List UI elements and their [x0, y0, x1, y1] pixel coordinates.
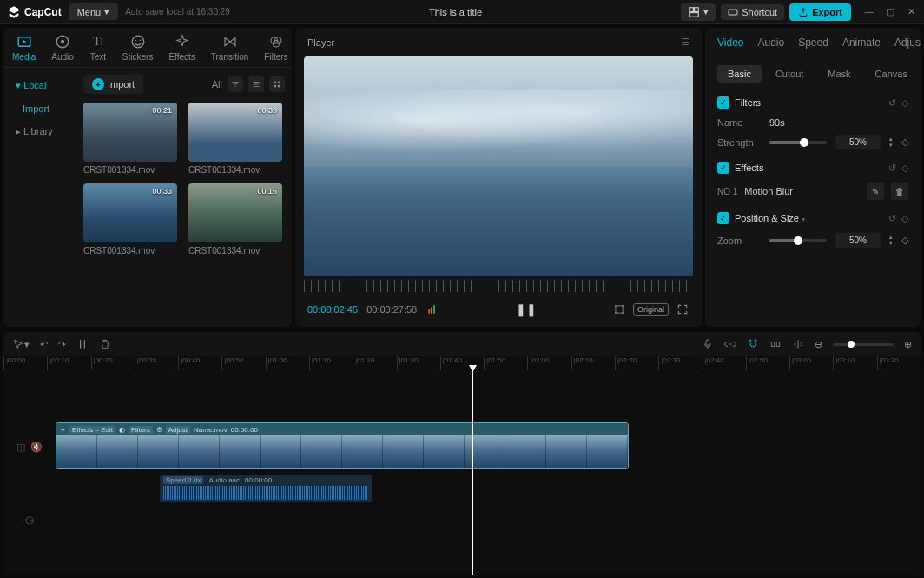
- text-icon: TI: [89, 33, 107, 50]
- app-name: CapCut: [24, 6, 62, 18]
- strength-slider[interactable]: [769, 141, 827, 144]
- clip-thumbnail: 00:21: [83, 103, 177, 162]
- props-tab-adjust[interactable]: Adjust: [894, 37, 921, 49]
- media-tab-media[interactable]: Media: [12, 33, 36, 62]
- keyframe-icon[interactable]: ◇: [901, 136, 908, 148]
- sidebar-item-library[interactable]: ▸ Library: [7, 121, 73, 143]
- player-ruler[interactable]: [304, 280, 693, 292]
- chevron-down-icon[interactable]: ▾: [802, 216, 805, 223]
- props-tab-speed[interactable]: Speed: [798, 37, 828, 49]
- mic-button[interactable]: [702, 338, 714, 350]
- zoom-out-button[interactable]: ⊖: [815, 339, 822, 350]
- minimize-button[interactable]: —: [863, 6, 875, 17]
- align-button[interactable]: [769, 338, 782, 350]
- sort-button[interactable]: [228, 76, 243, 92]
- keyframe-icon[interactable]: ◇: [901, 213, 908, 224]
- effects-checkbox[interactable]: ✓: [717, 162, 729, 174]
- track-lock-icon[interactable]: ◫: [16, 442, 25, 453]
- position-checkbox[interactable]: ✓: [717, 212, 729, 224]
- export-button[interactable]: Export: [789, 3, 851, 21]
- reset-icon[interactable]: ↺: [888, 97, 896, 109]
- reset-icon[interactable]: ↺: [888, 163, 896, 174]
- zoom-slider[interactable]: [833, 343, 894, 346]
- delete-button[interactable]: [99, 338, 111, 350]
- timeline-audio-clip[interactable]: Speed 2.0x Audio.aac 00:00:00: [160, 475, 372, 502]
- keyframe-icon[interactable]: ◇: [901, 97, 908, 109]
- menu-button[interactable]: Menu ▾: [69, 3, 119, 20]
- player-menu-button[interactable]: ☰: [681, 37, 690, 48]
- undo-button[interactable]: ↶: [40, 339, 48, 350]
- sidebar-item-local[interactable]: ▾ Local: [7, 75, 73, 96]
- player-title: Player: [307, 37, 334, 48]
- link-button[interactable]: [724, 338, 736, 350]
- svg-rect-15: [274, 85, 277, 88]
- player-viewport[interactable]: [304, 56, 693, 276]
- strength-value[interactable]: 50%: [835, 135, 881, 149]
- timeline-panel: ▾ ↶ ↷ ⊖ ⊕ |00:00|00:10|00:20|00:30|00:40…: [0, 330, 924, 578]
- audio-meter-icon[interactable]: [426, 302, 439, 316]
- media-tab-effects[interactable]: Effects: [168, 33, 195, 62]
- scale-icon[interactable]: [612, 302, 626, 316]
- media-tab-filters[interactable]: Filters: [264, 33, 287, 62]
- subtab-mask[interactable]: Mask: [817, 65, 861, 83]
- split-button[interactable]: [76, 338, 89, 350]
- layout-button[interactable]: ▾: [681, 3, 716, 21]
- subtab-cutout[interactable]: Cutout: [765, 65, 814, 83]
- step-down[interactable]: ▾: [889, 143, 893, 148]
- media-clip[interactable]: 00:16 CRST001334.mov: [188, 183, 285, 256]
- select-tool[interactable]: ▾: [12, 338, 30, 350]
- sidebar-item-import[interactable]: Import: [7, 98, 73, 119]
- filters-checkbox[interactable]: ✓: [717, 96, 729, 109]
- close-button[interactable]: ✕: [905, 6, 917, 17]
- maximize-button[interactable]: ▢: [884, 6, 896, 17]
- pause-button[interactable]: ❚❚: [516, 299, 537, 320]
- filter-all[interactable]: All: [212, 79, 222, 90]
- preview-button[interactable]: [792, 338, 804, 350]
- effect-name: Motion Blur: [744, 186, 860, 196]
- svg-point-7: [132, 36, 144, 48]
- timeline-video-clip[interactable]: ✦ Effects – Edit ◐ Filters ⚙ Adjust Name…: [56, 422, 629, 469]
- media-clip[interactable]: 00:21 CRST001334.mov: [83, 103, 180, 175]
- zoom-value[interactable]: 50%: [835, 233, 881, 248]
- timeline-ruler[interactable]: |00:00|00:10|00:20|00:30|00:40|00:50|01:…: [3, 356, 921, 370]
- import-button[interactable]: + Import: [83, 75, 143, 94]
- view-list-button[interactable]: [248, 76, 264, 92]
- subtab-canvas[interactable]: Canvas: [865, 65, 918, 83]
- snap-button[interactable]: [747, 338, 759, 350]
- zoom-slider[interactable]: [769, 239, 827, 242]
- fx-track-icon[interactable]: ◷: [25, 514, 34, 526]
- subtab-basic[interactable]: Basic: [717, 65, 762, 83]
- keyframe-icon[interactable]: ◇: [901, 235, 908, 246]
- keyframe-icon[interactable]: ◇: [901, 163, 908, 174]
- fullscreen-icon[interactable]: [676, 302, 690, 316]
- step-down[interactable]: ▾: [889, 241, 893, 246]
- playhead[interactable]: [472, 370, 473, 575]
- autosave-status: Auto save local at 16:30:29: [125, 7, 230, 17]
- audio-icon: [54, 33, 71, 50]
- media-clip[interactable]: 00:33 CRST001334.mov: [83, 183, 180, 256]
- view-grid-button[interactable]: [269, 76, 285, 92]
- track-mute-icon[interactable]: 🔇: [30, 442, 43, 453]
- media-tab-audio[interactable]: Audio: [51, 33, 74, 62]
- props-tab-audio[interactable]: Audio: [757, 37, 784, 49]
- clip-thumbnail: 00:39: [188, 103, 282, 162]
- reset-icon[interactable]: ↺: [888, 213, 896, 224]
- media-tab-text[interactable]: TI Text: [89, 33, 107, 62]
- svg-point-24: [622, 312, 624, 314]
- props-tab-video[interactable]: Video: [717, 37, 743, 49]
- delete-effect-button[interactable]: 🗑: [891, 183, 908, 200]
- export-label: Export: [812, 7, 842, 17]
- media-clip[interactable]: 00:39 CRST001334.mov: [188, 103, 285, 175]
- edit-effect-button[interactable]: ✎: [867, 183, 884, 200]
- media-tab-stickers[interactable]: Stickers: [122, 33, 154, 62]
- media-tab-transition[interactable]: Transition: [211, 33, 249, 62]
- shortcut-button[interactable]: Shortcut: [721, 4, 784, 20]
- original-badge[interactable]: Original: [633, 303, 669, 316]
- position-head: Position & Size ▾: [735, 213, 883, 223]
- project-title[interactable]: This is a title: [237, 7, 674, 17]
- svg-point-9: [139, 40, 141, 42]
- zoom-in-button[interactable]: ⊕: [904, 339, 912, 350]
- redo-button[interactable]: ↷: [58, 339, 66, 350]
- chevron-down-icon: ▾: [703, 6, 709, 17]
- props-tab-animate[interactable]: Animate: [842, 37, 881, 49]
